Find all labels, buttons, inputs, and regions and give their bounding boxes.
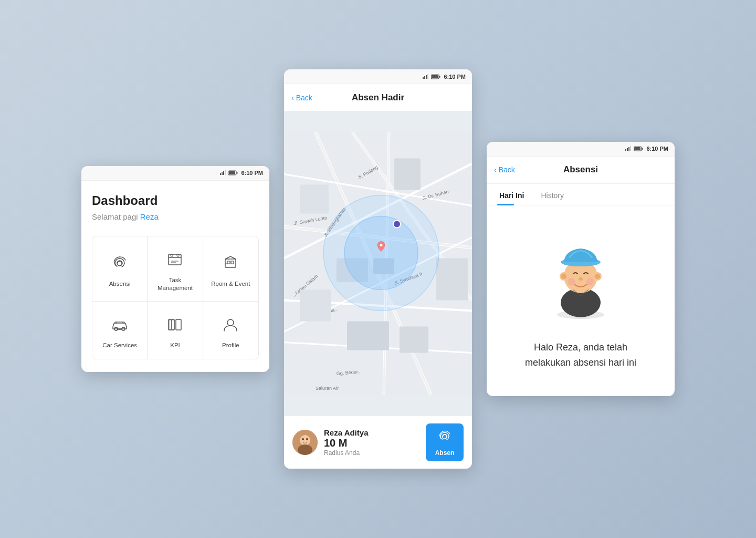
- status-time-1: 6:10 PM: [241, 170, 263, 176]
- svg-marker-28: [426, 75, 427, 79]
- greeting-name: Reza: [140, 212, 159, 221]
- map-svg: Jl. Minangkabau Jl. Padang Jl. Sawah Lun…: [284, 111, 472, 416]
- signal-icon-2: [423, 72, 429, 81]
- battery-icon: [228, 168, 238, 178]
- kpi-icon: [163, 313, 186, 336]
- menu-item-kpi[interactable]: KPI: [148, 302, 203, 359]
- absensi-title: Absensi: [563, 164, 598, 175]
- svg-marker-1: [222, 172, 223, 175]
- dashboard-title: Dashboard: [92, 193, 259, 208]
- svg-point-92: [586, 278, 594, 285]
- menu-item-absensi[interactable]: Absensi: [92, 236, 148, 302]
- menu-item-task[interactable]: Task Management: [148, 236, 203, 302]
- status-bar-1: 6:10 PM: [81, 166, 269, 181]
- svg-rect-6: [229, 171, 235, 174]
- status-bar-2: 6:10 PM: [284, 69, 472, 84]
- svg-rect-61: [347, 322, 389, 350]
- svg-point-69: [300, 435, 310, 446]
- absen-button[interactable]: Absen: [426, 423, 464, 461]
- car-label: Car Services: [102, 342, 137, 349]
- svg-marker-2: [223, 171, 224, 175]
- svg-rect-32: [432, 75, 438, 78]
- map-title: Absen Hadir: [352, 92, 404, 103]
- svg-marker-77: [630, 146, 631, 151]
- car-icon: [108, 313, 131, 336]
- user-distance: 10 M: [324, 437, 419, 449]
- status-bar-3: 6:10 PM: [487, 142, 675, 157]
- absensi-screen: 6:10 PM ‹ Back Absensi Hari Ini History: [487, 142, 675, 397]
- svg-rect-62: [400, 327, 428, 353]
- svg-rect-16: [231, 261, 234, 264]
- map-screen: 6:10 PM ‹ Back Absen Hadir: [284, 69, 472, 469]
- svg-rect-80: [634, 147, 640, 150]
- menu-item-car[interactable]: Car Services: [92, 302, 148, 359]
- svg-marker-3: [225, 170, 226, 175]
- map-back-button[interactable]: ‹ Back: [291, 94, 312, 102]
- room-icon: [219, 252, 242, 275]
- svg-marker-26: [423, 77, 424, 79]
- menu-item-room[interactable]: Room & Event: [203, 236, 258, 302]
- profile-label: Profile: [222, 342, 239, 349]
- svg-rect-63: [300, 290, 331, 322]
- svg-rect-5: [237, 172, 238, 174]
- svg-rect-22: [169, 320, 172, 329]
- svg-point-91: [568, 278, 575, 285]
- absen-label: Absen: [435, 449, 455, 457]
- absensi-back-button[interactable]: ‹ Back: [494, 165, 515, 174]
- greeting-text: Selamat pagi Reza: [92, 212, 259, 221]
- absensi-header: ‹ Back Absensi: [487, 157, 675, 184]
- svg-point-65: [344, 216, 418, 290]
- signal-icon: [220, 168, 226, 178]
- room-label: Room & Event: [211, 280, 250, 288]
- svg-marker-75: [627, 148, 628, 151]
- svg-rect-58: [394, 159, 421, 190]
- absensi-tabs: Hari Ini History: [487, 184, 675, 205]
- svg-point-89: [595, 274, 600, 279]
- svg-marker-29: [427, 74, 428, 79]
- svg-rect-20: [118, 329, 122, 329]
- chevron-left-icon-3: ‹: [494, 165, 497, 174]
- map-bottom-bar: Reza Aditya 10 M Radius Anda: [284, 416, 472, 469]
- status-time-3: 6:10 PM: [646, 146, 668, 152]
- map-header: ‹ Back Absen Hadir: [284, 84, 472, 111]
- svg-point-90: [579, 277, 583, 281]
- chevron-left-icon: ‹: [291, 94, 294, 102]
- task-label: Task Management: [153, 276, 197, 292]
- fingerprint-icon: [108, 252, 131, 275]
- svg-point-72: [306, 438, 308, 440]
- svg-marker-27: [424, 76, 425, 79]
- svg-point-70: [298, 444, 312, 455]
- radius-label: Radius Anda: [324, 449, 419, 457]
- svg-rect-24: [176, 319, 181, 330]
- status-icons-1: [220, 168, 238, 178]
- tab-history[interactable]: History: [539, 184, 566, 205]
- svg-text:Saluran Air: Saluran Air: [316, 386, 339, 391]
- profile-icon: [219, 313, 242, 336]
- battery-icon-2: [431, 72, 440, 81]
- status-icons-2: [423, 72, 440, 81]
- svg-point-71: [302, 438, 304, 440]
- map-area: Jl. Minangkabau Jl. Padang Jl. Sawah Lun…: [284, 111, 472, 416]
- svg-rect-79: [642, 148, 643, 150]
- svg-point-88: [561, 274, 566, 279]
- svg-rect-31: [439, 76, 440, 78]
- svg-rect-15: [227, 261, 230, 264]
- menu-grid: Absensi Task Management: [92, 236, 259, 360]
- absensi-label: Absensi: [109, 280, 131, 288]
- menu-item-profile[interactable]: Profile: [203, 302, 258, 359]
- svg-marker-0: [220, 173, 221, 175]
- svg-rect-23: [172, 320, 174, 329]
- user-name: Reza Aditya: [324, 428, 419, 437]
- absen-fingerprint-icon: [436, 428, 453, 447]
- svg-point-66: [380, 244, 383, 246]
- tab-hari-ini[interactable]: Hari Ini: [497, 184, 526, 205]
- signal-icon-3: [625, 144, 632, 153]
- svg-marker-76: [628, 147, 629, 151]
- user-info: Reza Aditya 10 M Radius Anda: [324, 428, 419, 457]
- svg-marker-74: [625, 149, 626, 151]
- absensi-message: Halo Reza, anda telah melakukan absensi …: [512, 340, 649, 370]
- character-illustration: [539, 226, 623, 321]
- absensi-content: Halo Reza, anda telah melakukan absensi …: [487, 205, 675, 397]
- task-icon: [163, 248, 186, 271]
- svg-point-25: [227, 319, 234, 326]
